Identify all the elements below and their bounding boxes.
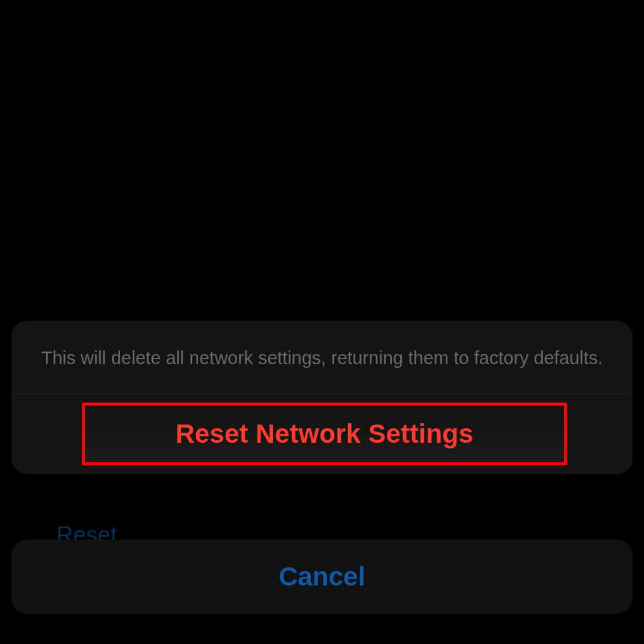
reset-network-settings-row[interactable]: Reset Network Settings bbox=[11, 394, 633, 474]
action-sheet: This will delete all network settings, r… bbox=[11, 321, 633, 474]
cancel-label: Cancel bbox=[279, 562, 365, 592]
dialog-message: This will delete all network settings, r… bbox=[11, 321, 633, 394]
cancel-button[interactable]: Cancel bbox=[11, 540, 633, 614]
reset-network-settings-highlight[interactable]: Reset Network Settings bbox=[82, 402, 567, 465]
reset-network-settings-label: Reset Network Settings bbox=[175, 419, 474, 449]
